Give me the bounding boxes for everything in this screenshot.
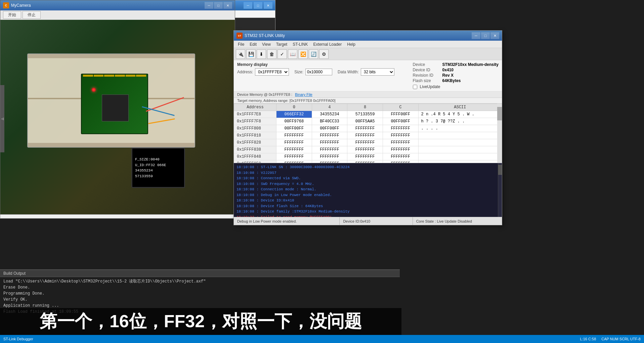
uvision-close-btn[interactable]: ✕ — [264, 2, 272, 9]
device-value: STM32F10xx Medium-density — [442, 62, 499, 67]
stlink-tool-program[interactable]: ⬇ — [257, 49, 266, 59]
revision-value: Rev X — [442, 73, 454, 78]
cell-hex: FFFFFFFF — [312, 139, 347, 146]
stop-button[interactable]: 停止 — [23, 11, 41, 19]
cell-hex: FFFFFFFF — [276, 160, 312, 163]
liveupdate-checkbox[interactable] — [413, 85, 417, 89]
stlink-menubar: File Edit View Target ST-LINK External L… — [234, 41, 502, 48]
log-line: 18:10:08 : Connected via SWD. — [237, 176, 499, 181]
stlink-tool-compare[interactable]: 🔀 — [298, 49, 308, 59]
table-scrollbar[interactable] — [497, 104, 502, 163]
cell-ascii: . . . . — [418, 125, 502, 132]
stlink-maximize-btn[interactable]: □ — [481, 32, 490, 39]
camera-title: MyCamera — [11, 3, 31, 8]
table-row: 0x1FFFF7F800FF9768BF40CC3300FF5AA500FF00… — [234, 118, 502, 125]
cell-ascii: 2 n .4 R 5 4 Y 5 . W . — [418, 111, 502, 118]
cell-hex: BF40CC33 — [312, 118, 347, 125]
stlink-statusbar: Debug in Low Power mode enabled. Device … — [234, 217, 502, 225]
device-id-row: Device ID 0x410 — [413, 68, 499, 72]
cell-hex: FFFFFFFF — [383, 153, 418, 160]
target-mem-range: Target memory, Address range: [0x1FFFF7E… — [234, 98, 502, 104]
cell-hex: FFFFFFFF — [383, 160, 418, 163]
stlink-menu-target[interactable]: Target — [273, 41, 290, 47]
uvision-minimize-btn[interactable]: ─ — [244, 2, 252, 9]
camera-maximize-btn[interactable]: □ — [214, 2, 223, 9]
cell-hex: 34355234 — [312, 111, 347, 118]
cap-indicator: CAP NUM SCRL UTF-8 — [601, 337, 641, 341]
stlink-tool-refresh[interactable]: 🔄 — [309, 49, 318, 59]
liveupdate-row: LiveUpdate — [413, 84, 499, 89]
cell-address: 0x1FFFF7F8 — [234, 118, 276, 125]
col-indicator: L:16 C:58 — [580, 337, 596, 341]
log-scrollbar-thumb[interactable] — [498, 165, 502, 175]
stlink-tool-save[interactable]: 💾 — [246, 49, 256, 59]
stlink-menu-edit[interactable]: Edit — [247, 41, 259, 47]
start-button[interactable]: 开始 — [3, 11, 21, 19]
stlink-tool-erase[interactable]: 🗑 — [267, 49, 276, 59]
cell-hex: 00FF00FF — [276, 125, 312, 132]
build-output-label: Build Output — [3, 271, 26, 276]
cell-hex: FFFFFFFF — [312, 132, 347, 139]
target-mem-label: Target memory, Address range: [0x1FFFF7E… — [237, 99, 336, 103]
cell-hex: 00FF00FF — [383, 118, 418, 125]
breadboard-rail-bottom — [28, 143, 195, 147]
camera-toolbar: 开始 停止 — [0, 10, 235, 20]
stlink-body: Memory display Address: 0x1FFFF7E8 Size:… — [234, 60, 502, 225]
memory-table: Address 0 4 8 C ASCII 0x1FFFF7E8066EFF32… — [234, 104, 502, 163]
pin — [104, 75, 114, 77]
camera-close-btn[interactable]: ✕ — [223, 2, 232, 9]
statusbar-right: Core State : Live Update Disabled — [413, 217, 502, 225]
log-line: 18:10:08 : SWD Frequency = 4.0 MHz. — [237, 181, 499, 187]
table-scrollbar-thumb[interactable] — [497, 107, 502, 120]
cell-hex: FFFFFFFF — [312, 160, 347, 163]
stlink-tool-settings[interactable]: ⚙ — [319, 49, 329, 59]
cell-hex: FFFFFFFF — [383, 146, 418, 153]
cell-hex: FFFF00FF — [383, 111, 418, 118]
camera-minimize-btn[interactable]: ─ — [205, 2, 213, 9]
cell-hex: 00FF00FF — [312, 125, 347, 132]
width-select[interactable]: 32 bits 16 bits 8 bits — [361, 68, 394, 76]
table-row: 0x1FFFF858FFFFFFFFFFFFFFFFFFFFFFFFFFFFFF… — [234, 160, 502, 163]
stlink-title: STM32 ST-LINK Utility — [245, 33, 285, 38]
stlink-titlebar: ST STM32 ST-LINK Utility ─ □ ✕ — [234, 31, 502, 41]
stlink-minimize-btn[interactable]: ─ — [472, 32, 480, 39]
log-line: 18:10:08 : V2J29S7 — [237, 170, 499, 176]
log-container: 18:10:08 : ST-LINK SN : 30000C3000-40000… — [234, 163, 502, 217]
stlink-tool-read[interactable]: 📖 — [288, 49, 297, 59]
stlink-menu-stlink[interactable]: ST-LINK — [290, 41, 310, 47]
memory-display-title: Memory display — [237, 62, 413, 67]
table-row: 0x1FFFF818FFFFFFFFFFFFFFFFFFFFFFFFFFFFFF… — [234, 132, 502, 139]
stlink-window: ST STM32 ST-LINK Utility ─ □ ✕ File Edit… — [233, 30, 502, 225]
device-id-label: Device ID — [413, 68, 440, 72]
cell-hex: FFFFFFFF — [347, 160, 383, 163]
cell-ascii — [418, 139, 502, 146]
memory-header: Device Memory @ 0x1FFFF7E8 : Binary File — [234, 91, 502, 98]
pin — [126, 75, 136, 77]
stlink-menu-view[interactable]: View — [259, 41, 273, 47]
log-scrollbar[interactable] — [498, 163, 502, 217]
stlink-tool-connect[interactable]: 🔌 — [236, 49, 245, 59]
oled-line3: 34355234 — [135, 168, 181, 174]
stlink-tool-verify[interactable]: ✓ — [277, 49, 287, 59]
stlink-menu-ext-loader[interactable]: External Loader — [311, 41, 345, 47]
statusbar-middle: Device ID:0x410 — [340, 217, 413, 225]
address-label: Address: — [237, 70, 253, 74]
size-input[interactable] — [305, 69, 332, 75]
log-line: 18:10:08 : Debug in Low Power mode enabl… — [237, 192, 499, 198]
statusbar-left-text: Debug in Low Power mode enabled. — [237, 219, 297, 223]
flash-value: 64KBytes — [442, 78, 461, 83]
address-select[interactable]: 0x1FFFF7E8 — [255, 68, 289, 76]
stlink-close-btn[interactable]: ✕ — [490, 32, 499, 39]
cell-hex: FFFFFFFF — [383, 139, 418, 146]
stlink-menu-help[interactable]: Help — [344, 41, 358, 47]
uvision-maximize-btn[interactable]: □ — [254, 2, 262, 9]
cell-address: 0x1FFFF7E8 — [234, 111, 276, 118]
pin-row-top — [82, 74, 147, 77]
build-line-4: Verify OK. — [3, 297, 396, 303]
left-scroll-handle[interactable]: ◁ — [0, 85, 4, 152]
width-label: Data Width: — [338, 70, 359, 74]
cell-hex: 066EFF32 — [276, 111, 312, 118]
stlink-menu-file[interactable]: File — [235, 41, 247, 47]
cell-hex: 00FF9768 — [276, 118, 312, 125]
oled-text: F_SIZE:0040 U_ID:FF32 066E 34355234 5713… — [135, 157, 181, 179]
